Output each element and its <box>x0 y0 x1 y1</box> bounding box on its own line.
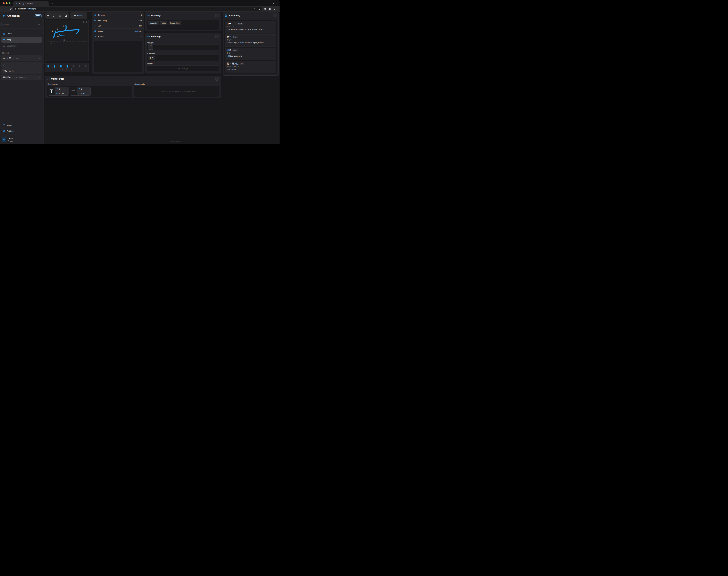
arrow-right-icon <box>84 68 87 70</box>
step-back-button[interactable] <box>61 68 64 70</box>
arrow-right-icon <box>38 64 41 66</box>
svg-text:2: 2 <box>52 30 53 32</box>
options-button[interactable]: Options <box>70 12 87 19</box>
part-of-speech-badge: Noun <box>238 23 243 25</box>
component-card[interactable]: 子 3 #0072 <box>48 87 69 95</box>
compounds-empty-message: This Kanji Doesn’t Appear in any other K… <box>135 87 218 95</box>
stat-value: N4 <box>139 25 142 27</box>
avatar: G <box>2 137 6 142</box>
kebab-menu-icon <box>273 8 275 10</box>
vocabulary-info-button[interactable]: i <box>273 14 277 17</box>
vocabulary-entry[interactable]: 雁字搦みにAdv (がんじがらみに) (bind) firmly <box>225 61 276 74</box>
lock-icon <box>15 8 17 10</box>
nanori-box: No readings <box>147 65 219 71</box>
forward-button[interactable] <box>5 7 9 11</box>
user-name: Guest <box>8 138 13 140</box>
recent-word: ローマ字 <box>3 57 11 60</box>
search-box[interactable] <box>1 22 42 27</box>
minimize-window-button[interactable] <box>6 2 7 4</box>
view-mode-button[interactable] <box>46 13 51 19</box>
back-button[interactable] <box>1 7 5 11</box>
close-window-button[interactable] <box>3 2 5 4</box>
kandiction-logo-icon <box>2 14 5 18</box>
bar-chart-icon <box>94 19 97 22</box>
side-panel-button[interactable] <box>268 7 272 11</box>
book-icon <box>3 38 5 41</box>
recent-item[interactable]: 字幕 (じまく) <box>1 68 43 74</box>
meanings-info-button[interactable]: i <box>215 14 219 17</box>
sidebar-item-about[interactable]: About <box>1 122 43 128</box>
playback-card <box>45 63 89 72</box>
timeline-dot[interactable] <box>48 65 49 68</box>
browser-tab[interactable]: 字 Kanji | Kandiction <box>14 1 49 6</box>
timeline-dot[interactable] <box>85 65 86 67</box>
recent-item[interactable]: 雁字搦みに (がんじがらみに) <box>1 75 43 81</box>
person-icon <box>8 140 9 142</box>
vocabulary-book-icon <box>3 45 5 47</box>
sidebar-item-kanji[interactable]: Kanji <box>1 37 43 42</box>
vocab-word: 数字 <box>226 35 231 39</box>
vocabulary-entry[interactable]: 字幕Noun (じまく) subtitles, captioning <box>225 48 276 60</box>
stroke-timeline[interactable] <box>48 64 86 68</box>
brand-name: Kandiction <box>7 15 33 17</box>
component-strokes: 3 <box>81 88 82 90</box>
bookmark-button[interactable] <box>258 7 261 10</box>
panel-title: Readings <box>151 35 214 38</box>
details-button[interactable] <box>57 13 63 19</box>
share-button[interactable] <box>253 7 256 10</box>
timeline-dot[interactable] <box>79 65 80 67</box>
meaning-tag[interactable]: character <box>148 21 159 25</box>
sidebar-item-vocabulary[interactable]: Vocabulary <box>1 43 43 49</box>
guides-button[interactable] <box>51 13 57 19</box>
onyomi-reading-tag[interactable]: ジ <box>148 46 153 50</box>
next-kanji-button[interactable] <box>84 68 87 70</box>
vocabulary-entry[interactable]: ローマ字Noun (ローマじ) Latin alphabet, Roman al… <box>225 21 276 33</box>
stat-row-grade: Grade 1st Grade <box>92 29 143 34</box>
step-forward-button[interactable] <box>70 68 73 70</box>
svg-text:3: 3 <box>57 28 58 30</box>
timeline-dot[interactable] <box>66 65 68 68</box>
stats-empty-well <box>93 41 142 72</box>
sidebar-item-label: Vocabulary <box>7 45 17 47</box>
timeline-dot[interactable] <box>73 65 74 67</box>
readings-info-button[interactable]: i <box>215 35 219 38</box>
sidebar-item-home[interactable]: Home <box>1 31 43 36</box>
tab-overflow-button[interactable] <box>272 2 275 5</box>
meaning-tag[interactable]: handwriting <box>169 21 181 25</box>
recent-item[interactable]: 字 <box>1 62 43 68</box>
kunyomi-label: Kunyomi: <box>147 52 155 54</box>
credit-text: Made by KALD <box>170 140 183 142</box>
pause-button[interactable] <box>66 68 68 70</box>
zoom-window-button[interactable] <box>9 2 10 4</box>
kunyomi-reading-tag[interactable]: あざ <box>148 56 155 60</box>
sidebar-item-label: Kanji <box>7 39 11 41</box>
draw-button[interactable] <box>63 13 69 19</box>
vocabulary-list: ローマ字Noun (ローマじ) Latin alphabet, Roman al… <box>224 20 277 74</box>
url-bar[interactable]: kandiction.com/kanji/字 <box>13 7 262 11</box>
component-card[interactable]: 宀 3 #040 <box>70 87 90 95</box>
timeline-dot[interactable] <box>60 65 61 68</box>
vocabulary-entry[interactable]: 数字Noun (すうじ) numeral, digit, numeric cha… <box>225 34 276 47</box>
stroke-canvas-card[interactable]: 3 / 6 <box>45 20 89 61</box>
meaning-tag[interactable]: letter <box>160 21 167 25</box>
onyomi-box: ジ <box>147 45 219 50</box>
new-tab-button[interactable] <box>51 2 54 5</box>
stat-row-strokes: Strokes 6 <box>92 12 143 18</box>
svg-text:4: 4 <box>57 35 59 37</box>
timeline-dot[interactable] <box>54 65 55 68</box>
stat-label: Radical <box>98 35 138 38</box>
svg-text:5: 5 <box>63 39 65 41</box>
extensions-button[interactable] <box>263 7 267 11</box>
user-card[interactable]: G Guest User <box>0 136 44 144</box>
svg-text:1: 1 <box>63 24 64 27</box>
user-menu-icon[interactable] <box>40 139 42 141</box>
recent-item[interactable]: ローマ字 (ローマじ) <box>1 55 43 61</box>
previous-kanji-button[interactable] <box>47 68 50 70</box>
sidebar-item-settings[interactable]: Settings <box>1 128 43 134</box>
arrow-left-icon <box>47 68 50 70</box>
reload-button[interactable] <box>9 7 12 11</box>
composition-info-button[interactable]: i <box>215 77 219 81</box>
sprout-icon <box>78 92 80 94</box>
browser-menu-button[interactable] <box>273 7 276 11</box>
search-input[interactable] <box>3 23 37 26</box>
